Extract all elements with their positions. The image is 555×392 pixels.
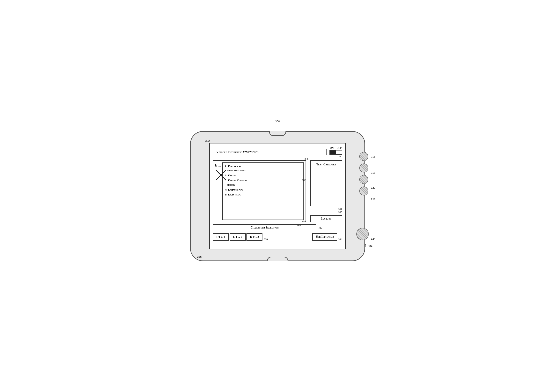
text-category-box: Text Category: [310, 160, 342, 206]
use-indicator-label: Use Indicator: [316, 235, 334, 238]
item-2-text: Engine: [228, 174, 236, 177]
list-item-2: 2: Engine: [225, 173, 301, 178]
location-box: Location: [310, 215, 342, 222]
dtc3-label: DTC 3: [250, 235, 259, 239]
vehicle-id-label: Vehicle Identifier:: [216, 150, 242, 154]
ref-334-label: 334: [338, 238, 342, 241]
char-selection-label: Character Selection: [250, 226, 278, 229]
dtc2-box[interactable]: DTC 2: [230, 233, 246, 241]
ref-326-label: 326: [197, 255, 202, 258]
item-4-text: Exhaust pipe: [228, 188, 243, 191]
ref-318-label: 318: [371, 171, 376, 174]
char-selection-row: Character Selection 312: [213, 224, 342, 231]
toggle-off-half: [336, 150, 342, 154]
item-3-num: 3:: [225, 179, 227, 182]
off-label: OFF: [337, 146, 342, 150]
item-1-num: 1:: [225, 164, 227, 168]
ref-308-label: 308: [302, 179, 306, 181]
list-item-5: 5: EGR valve: [225, 192, 301, 197]
button-322[interactable]: [359, 186, 368, 195]
ref-330-label: 330: [329, 155, 342, 158]
use-indicator-box[interactable]: Use Indicator: [312, 233, 337, 241]
item-5-text: EGR valve: [228, 193, 241, 196]
dtc1-box[interactable]: DTC 1: [213, 233, 229, 241]
toggle-on-half: [330, 150, 336, 154]
list-item-3: 3: Engine Coolant sensor: [225, 178, 301, 187]
ref-300-label: 300: [275, 120, 280, 123]
ref-316-label: 316: [371, 155, 376, 158]
device-shell: 302 326 304 316 318 320 322 324 ↑ Vehicl…: [190, 131, 365, 261]
ref-306-label: 306: [305, 158, 308, 160]
dtc2-label: DTC 2: [233, 235, 242, 239]
arrow-304-icon: ↑: [365, 243, 367, 248]
screen-area: Vehicle Identifier: Y/M/M/E/S ON OFF 330: [209, 143, 346, 249]
button-318[interactable]: [359, 164, 368, 172]
main-content-area: E ... 1: Electrical charging system 2: E…: [213, 160, 342, 222]
button-320[interactable]: [359, 175, 368, 184]
e-prefix-label: E ...: [215, 162, 221, 220]
ref-332-label: 332: [310, 208, 342, 211]
list-item-4: 4: Exhaust pipe: [225, 188, 301, 192]
dtc-row: DTC 1 DTC 2 DTC 3 328 Use Indicator 334: [213, 233, 342, 241]
on-label: ON: [330, 146, 334, 150]
item-2-num: 2:: [225, 174, 227, 177]
item-3-text: Engine Coolant sensor: [225, 179, 247, 186]
ref-312-label: 312: [318, 226, 322, 229]
on-off-toggle-container[interactable]: ON OFF 330: [329, 146, 342, 158]
location-label: Location: [321, 217, 332, 220]
ref-302-label: 302: [205, 139, 210, 143]
ref-310-label: 310: [302, 220, 306, 222]
item-4-num: 4:: [225, 188, 227, 191]
ref-304-label: 304: [368, 244, 372, 248]
vehicle-id-value: Y/M/M/E/S: [243, 150, 258, 154]
ref-324-label: 324: [371, 237, 376, 240]
item-5-num: 5:: [225, 193, 227, 196]
vehicle-id-row: Vehicle Identifier: Y/M/M/E/S ON OFF 330: [213, 146, 342, 158]
dtc3-box[interactable]: DTC 3: [247, 233, 263, 241]
vehicle-id-box: Vehicle Identifier: Y/M/M/E/S: [213, 149, 327, 155]
button-324[interactable]: [356, 228, 369, 240]
right-panel: Text Category 332 336 Location: [310, 160, 342, 222]
left-panel: E ... 1: Electrical charging system 2: E…: [213, 160, 306, 222]
list-item-1: 1: Electrical charging system: [225, 164, 301, 173]
ref-320-label: 320: [371, 186, 376, 189]
ref-336-label: 336: [310, 211, 342, 214]
ref-322-label: 322: [371, 198, 376, 201]
side-buttons: [359, 152, 368, 195]
item-list-box[interactable]: 1: Electrical charging system 2: Engine …: [222, 162, 304, 220]
toggle-switch[interactable]: [329, 150, 342, 155]
bottom-notch: [267, 257, 288, 261]
top-notch: [269, 131, 286, 136]
button-316[interactable]: [359, 152, 368, 161]
ref-328-label: 328: [264, 238, 268, 241]
item-1-text: Electrical charging system: [225, 164, 247, 172]
dtc1-label: DTC 1: [216, 235, 226, 239]
char-selection-box[interactable]: Character Selection: [213, 224, 316, 231]
text-category-label: Text Category: [316, 163, 336, 166]
